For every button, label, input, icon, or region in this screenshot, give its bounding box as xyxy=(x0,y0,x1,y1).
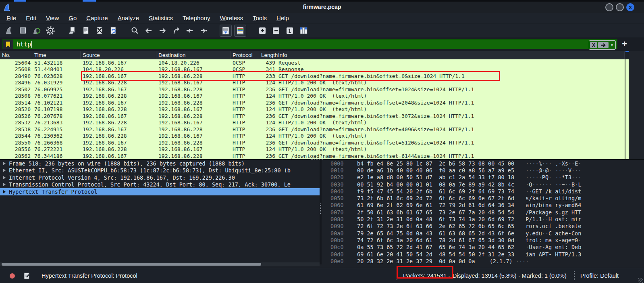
packet-row[interactable]: 2855076.266368192.168.86.167192.168.86.2… xyxy=(0,139,625,146)
packet-row[interactable]: 2853876.224915192.168.86.167192.168.86.2… xyxy=(0,126,625,133)
add-filter-button[interactable]: + xyxy=(622,39,627,49)
packet-list-minimap[interactable] xyxy=(625,59,629,159)
hex-row[interactable]: 00702f 50 61 63 6b 61 67 65 73 2e 67 7a … xyxy=(322,209,644,216)
detail-row[interactable]: Internet Protocol Version 4, Src: 192.16… xyxy=(0,174,320,181)
go-first-packet-icon[interactable] xyxy=(184,25,195,36)
chevron-down-icon[interactable]: ▼ xyxy=(610,43,614,47)
display-filter-input[interactable]: http X ▼ xyxy=(2,39,617,49)
zoom-original-icon[interactable] xyxy=(284,25,295,36)
filter-clear-button[interactable]: X xyxy=(590,42,597,48)
packet-row[interactable]: 2849076.023628192.168.86.167192.168.86.2… xyxy=(0,73,625,80)
column-header-destination[interactable]: Destination xyxy=(156,51,231,59)
expert-info-icon[interactable] xyxy=(10,273,15,279)
window-resize-grip[interactable] xyxy=(638,278,643,283)
hex-bytes: 61 69 6e 2f 62 69 6e 61 72 79 2d 61 6d 6… xyxy=(357,202,514,208)
menu-item-capture[interactable]: Capture xyxy=(81,14,112,22)
detail-row[interactable]: Ethernet II, Src: ASUSTekCOMPU_b6:58:73 … xyxy=(0,167,320,174)
expand-arrow-icon[interactable] xyxy=(3,176,6,179)
colorize-icon[interactable] xyxy=(234,25,246,37)
packet-row[interactable]: 2850276.069925192.168.86.167192.168.86.2… xyxy=(0,86,625,93)
close-button[interactable]: x xyxy=(626,3,634,11)
hex-row[interactable]: 005073 2f 6b 61 6c 69 2d 72 6f 6c 6c 69 … xyxy=(322,195,644,201)
packet-row[interactable]: 2849676.031929192.168.86.228192.168.86.1… xyxy=(0,80,625,86)
find-packet-icon[interactable] xyxy=(129,25,141,36)
hex-bytes: b4 fb e4 8e 25 80 1c 87 2c b6 58 73 08 0… xyxy=(357,160,514,167)
cell-time: 76.069925 xyxy=(32,86,81,92)
hex-row[interactable]: 00e020 28 32 2e 31 2e 37 29 0d 0a 0d 0a … xyxy=(322,258,644,264)
hex-offset: 00e0 xyxy=(330,258,347,264)
packet-row[interactable]: 2560851.448401104.18.20.226192.168.86.16… xyxy=(0,66,625,73)
packet-row[interactable]: 2854476.230362192.168.86.228192.168.86.1… xyxy=(0,133,625,140)
detail-row[interactable]: Transmission Control Protocol, Src Port:… xyxy=(0,181,320,189)
details-hscrollbar[interactable] xyxy=(0,262,320,266)
hex-row[interactable]: 003000 51 92 b4 00 00 01 01 08 0a 7e 89 … xyxy=(322,181,644,188)
column-header-source[interactable]: Source xyxy=(81,51,156,59)
details-hscrollbar-thumb[interactable] xyxy=(2,263,261,266)
close-file-icon[interactable] xyxy=(94,25,105,36)
minimize-button[interactable] xyxy=(605,3,613,11)
menu-item-telephony[interactable]: Telephony xyxy=(178,14,215,22)
menu-item-go[interactable]: Go xyxy=(64,14,81,22)
expand-arrow-icon[interactable] xyxy=(3,190,6,193)
hex-row[interactable]: 00c00a 55 73 65 72 2d 41 67 65 6e 74 3a … xyxy=(322,244,644,251)
filter-apply-button[interactable] xyxy=(598,42,609,48)
maximize-button[interactable] xyxy=(616,3,624,11)
column-header-no[interactable]: No. xyxy=(0,51,32,59)
stop-capture-icon[interactable] xyxy=(17,25,29,36)
hex-row[interactable]: 00b074 72 6f 6c 3a 20 6d 61 78 2d 61 67 … xyxy=(322,237,644,243)
column-header-time[interactable]: Time xyxy=(32,51,81,59)
expand-arrow-icon[interactable] xyxy=(3,162,6,165)
packet-row[interactable]: 2851476.102121192.168.86.167192.168.86.2… xyxy=(0,99,625,106)
packet-row[interactable]: 2852676.207678192.168.86.167192.168.86.2… xyxy=(0,113,625,119)
menu-item-help[interactable]: Help xyxy=(272,14,294,22)
go-forward-icon[interactable] xyxy=(157,25,168,36)
hex-row[interactable]: 00a079 2e 65 64 75 0d 0a 43 61 63 68 65 … xyxy=(322,230,644,237)
hex-row[interactable]: 008050 2f 31 2e 31 0d 0a 48 6f 73 74 3a … xyxy=(322,216,644,222)
hex-row[interactable]: 0020e2 1e a8 d8 00 50 51 d7 ab c1 2a 54 … xyxy=(322,174,644,181)
menu-item-edit[interactable]: Edit xyxy=(21,14,41,22)
hex-row[interactable]: 006061 69 6e 2f 62 69 6e 61 72 79 2d 61 … xyxy=(322,202,644,209)
packet-row[interactable]: 2850876.077621192.168.86.228192.168.86.1… xyxy=(0,93,625,100)
restart-capture-icon[interactable] xyxy=(31,25,42,36)
save-file-icon[interactable] xyxy=(80,25,91,36)
auto-scroll-icon[interactable] xyxy=(220,25,232,37)
expand-arrow-icon[interactable] xyxy=(3,183,6,186)
expand-arrow-icon[interactable] xyxy=(3,169,6,172)
detail-row[interactable]: Hypertext Transfer Protocol xyxy=(0,188,320,195)
go-to-packet-icon[interactable] xyxy=(170,25,182,36)
go-last-packet-icon[interactable] xyxy=(198,25,209,36)
packet-row[interactable]: 2853276.213683192.168.86.228192.168.86.1… xyxy=(0,119,625,126)
zoom-out-icon[interactable] xyxy=(270,25,282,36)
capture-comment-icon[interactable] xyxy=(24,272,30,279)
menu-item-wireless[interactable]: Wireless xyxy=(215,14,248,22)
packet-row[interactable]: 2560451.432118192.168.86.167104.18.20.22… xyxy=(0,59,625,66)
cell-src: 104.18.20.226 xyxy=(81,66,156,72)
column-header-length[interactable]: Length xyxy=(259,51,276,59)
menu-item-analyze[interactable]: Analyze xyxy=(113,14,144,22)
menu-item-file[interactable]: File xyxy=(2,14,21,22)
start-capture-icon[interactable] xyxy=(4,25,15,36)
menu-item-tools[interactable]: Tools xyxy=(248,14,272,22)
detail-row[interactable]: Frame 518: 236 bytes on wire (1888 bits)… xyxy=(0,160,320,167)
profile-label[interactable]: Profile: Default xyxy=(580,273,619,279)
hex-row[interactable]: 009072 6f 72 73 2e 6f 63 66 2e 62 65 72 … xyxy=(322,223,644,230)
open-file-icon[interactable] xyxy=(66,25,78,36)
menu-item-view[interactable]: View xyxy=(41,14,64,22)
hex-row[interactable]: 0040f9 f5 47 45 54 20 2f 6b 61 6c 69 2f … xyxy=(322,188,644,195)
menu-item-statistics[interactable]: Statistics xyxy=(144,14,178,22)
go-back-icon[interactable] xyxy=(143,25,154,36)
column-header-info[interactable]: Info xyxy=(276,51,625,59)
packet-list-scrollbar[interactable] xyxy=(629,51,644,159)
filter-bookmark-button[interactable] xyxy=(3,40,13,49)
packet-row[interactable]: 2856276.344186192.168.86.167192.168.86.2… xyxy=(0,153,625,159)
packet-row[interactable]: 2855676.272221192.168.86.228192.168.86.1… xyxy=(0,146,625,153)
reload-file-icon[interactable] xyxy=(108,25,119,36)
hex-row[interactable]: 0000b4 fb e4 8e 25 80 1c 87 2c b6 58 73 … xyxy=(322,160,644,167)
hex-row[interactable]: 001000 de a6 1b 40 00 40 06 f0 aa c0 a8 … xyxy=(322,167,644,174)
zoom-in-icon[interactable] xyxy=(257,25,268,36)
packet-row[interactable]: 2852076.107198192.168.86.228192.168.86.1… xyxy=(0,106,625,113)
capture-options-icon[interactable] xyxy=(45,25,56,36)
hex-row[interactable]: 00d069 61 6e 20 41 50 54 2d 48 54 54 50 … xyxy=(322,251,644,258)
column-header-protocol[interactable]: Protocol xyxy=(231,51,259,59)
resize-columns-icon[interactable] xyxy=(298,25,309,36)
